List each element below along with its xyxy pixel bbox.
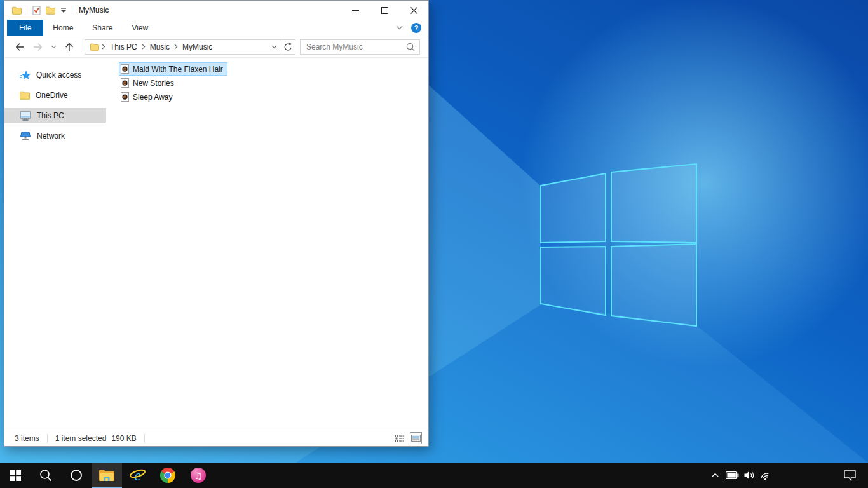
breadcrumb-mymusic[interactable]: MyMusic (179, 43, 216, 51)
audio-file-icon (121, 78, 129, 88)
internet-explorer-icon: e (129, 467, 146, 484)
sidebar-item-label: OneDrive (36, 91, 68, 100)
network-icon (20, 132, 31, 140)
title-bar: MyMusic (4, 1, 428, 20)
tab-file[interactable]: File (7, 20, 43, 36)
monitor-icon (20, 111, 31, 121)
caption-buttons (341, 1, 428, 20)
new-folder-icon[interactable] (46, 6, 55, 15)
file-name: New Stories (133, 79, 174, 88)
sidebar-item-quick-access[interactable]: Quick access (4, 67, 106, 83)
tab-view[interactable]: View (122, 20, 158, 36)
back-button[interactable] (13, 40, 27, 54)
minimize-button[interactable] (341, 1, 370, 20)
details-view-button[interactable] (393, 432, 405, 444)
taskbar-search-button[interactable] (31, 463, 61, 488)
battery-button[interactable] (723, 463, 741, 488)
file-name: Maid With The Flaxen Hair (133, 65, 223, 74)
file-row[interactable]: Maid With The Flaxen Hair (119, 62, 227, 76)
tray-expand-chevron-icon (711, 473, 719, 478)
expand-ribbon-chevron-icon[interactable] (396, 25, 403, 30)
status-selection: 1 item selected (55, 434, 107, 443)
chrome-icon (159, 467, 176, 484)
status-item-count: 3 items (15, 434, 39, 443)
tray-expand-button[interactable] (707, 463, 723, 488)
address-bar[interactable]: This PC Music MyMusic (85, 39, 295, 55)
navigation-toolbar: This PC Music MyMusic (4, 36, 428, 58)
search-icon (39, 469, 52, 482)
ribbon-tab-bar: File Home Share View ? (4, 20, 428, 36)
folder-icon[interactable] (12, 6, 22, 15)
battery-icon (726, 471, 739, 479)
sidebar-item-label: This PC (37, 111, 64, 120)
window-title: MyMusic (79, 6, 109, 15)
svg-text:?: ? (414, 24, 419, 32)
window-body: Quick access OneDrive This PC (4, 58, 428, 430)
volume-button[interactable] (741, 463, 757, 488)
ribbon-right-controls: ? (396, 20, 428, 36)
up-button[interactable] (62, 40, 76, 54)
search-input[interactable] (305, 42, 406, 52)
sidebar-item-network[interactable]: Network (4, 128, 106, 144)
action-center-icon (844, 470, 856, 481)
maximize-button[interactable] (370, 1, 399, 20)
cortana-icon (70, 469, 83, 482)
separator (27, 6, 27, 15)
chevron-right-icon (102, 44, 105, 50)
wifi-button[interactable] (757, 463, 775, 488)
navigation-pane: Quick access OneDrive This PC (4, 58, 106, 430)
itunes-icon: ♫ (190, 467, 207, 484)
sidebar-item-label: Quick access (36, 71, 81, 79)
tray-empty-space (775, 463, 836, 488)
desktop: MyMusic File Home Share View (0, 0, 868, 488)
chevron-right-icon (174, 44, 178, 50)
sidebar-item-this-pc[interactable]: This PC (4, 108, 106, 123)
separator (72, 6, 72, 15)
sidebar-item-onedrive[interactable]: OneDrive (4, 88, 106, 103)
separator (47, 434, 48, 443)
tab-home[interactable]: Home (43, 20, 83, 36)
search-icon[interactable] (406, 43, 415, 51)
quick-access-star-icon (20, 70, 31, 80)
file-row[interactable]: New Stories (119, 76, 179, 90)
address-dropdown-chevron-icon[interactable] (268, 45, 280, 49)
file-row[interactable]: Sleep Away (119, 90, 177, 104)
internet-explorer-button[interactable]: e (122, 463, 153, 488)
action-center-button[interactable] (836, 463, 863, 488)
volume-icon (744, 471, 755, 480)
start-button[interactable] (0, 463, 31, 488)
quick-access-toolbar: MyMusic (4, 6, 109, 15)
sidebar-item-label: Network (37, 132, 65, 140)
properties-icon[interactable] (32, 6, 41, 15)
taskbar: e ♫ (0, 463, 868, 488)
start-icon (10, 470, 21, 481)
status-selection-size: 190 KB (111, 434, 136, 443)
breadcrumb-this-pc[interactable]: This PC (106, 43, 141, 51)
file-list: Maid With The Flaxen Hair New Stories Sl… (106, 58, 428, 430)
view-toggles (393, 432, 422, 444)
folder-icon (90, 43, 99, 51)
customize-quick-access-chevron-icon[interactable] (60, 8, 67, 13)
status-bar: 3 items 1 item selected 190 KB (4, 430, 428, 446)
chevron-right-icon (142, 44, 146, 50)
search-box (300, 39, 420, 55)
taskbar-file-explorer-button[interactable] (92, 463, 122, 488)
forward-button[interactable] (31, 40, 45, 54)
wifi-icon (761, 470, 772, 481)
refresh-icon[interactable] (280, 40, 295, 54)
svg-text:♫: ♫ (194, 471, 203, 481)
itunes-button[interactable]: ♫ (183, 463, 214, 488)
audio-file-icon (121, 64, 129, 74)
recent-locations-chevron-icon[interactable] (50, 40, 58, 54)
help-icon[interactable]: ? (411, 23, 421, 33)
breadcrumb-music[interactable]: Music (146, 43, 173, 51)
chrome-button[interactable] (153, 463, 183, 488)
thumbnails-view-button[interactable] (410, 432, 422, 444)
close-button[interactable] (399, 1, 428, 20)
file-explorer-icon (98, 468, 115, 482)
separator (144, 434, 145, 443)
system-tray (707, 463, 868, 488)
cortana-button[interactable] (61, 463, 92, 488)
audio-file-icon (121, 92, 129, 102)
tab-share[interactable]: Share (83, 20, 122, 36)
